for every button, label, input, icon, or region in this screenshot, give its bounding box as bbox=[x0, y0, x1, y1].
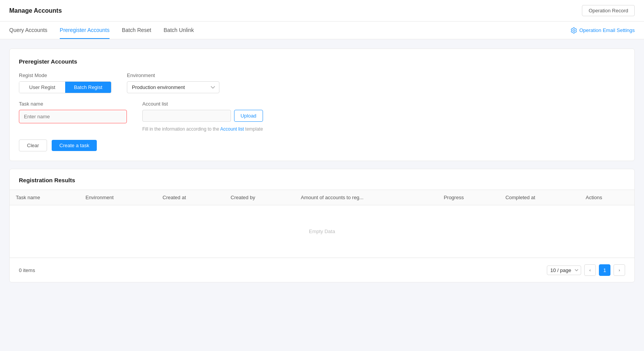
account-list-template-link[interactable]: Account list bbox=[220, 126, 244, 132]
table-empty-row: Empty Data bbox=[10, 205, 634, 258]
chevron-right-icon: › bbox=[619, 268, 620, 272]
page-number: 1 bbox=[603, 267, 606, 273]
table-wrapper: Task name Environment Created at Created… bbox=[10, 190, 634, 258]
tab-batch-unlink[interactable]: Batch Unlink bbox=[164, 22, 194, 39]
col-actions: Actions bbox=[580, 190, 634, 205]
form-section: Regist Mode User Regist Batch Regist Env… bbox=[19, 72, 625, 151]
items-count: 0 items bbox=[19, 267, 35, 273]
email-settings-label: Operation Email Settings bbox=[579, 27, 635, 33]
email-settings-link[interactable]: Operation Email Settings bbox=[571, 27, 635, 34]
environment-group: Environment Production environment Stagi… bbox=[127, 72, 219, 93]
tab-query-accounts[interactable]: Query Accounts bbox=[9, 22, 47, 39]
results-table: Task name Environment Created at Created… bbox=[10, 190, 634, 258]
col-environment: Environment bbox=[79, 190, 157, 205]
environment-label: Environment bbox=[127, 72, 219, 78]
prev-page-button[interactable]: ‹ bbox=[584, 264, 596, 276]
col-created-by: Created by bbox=[224, 190, 295, 205]
col-task-name: Task name bbox=[10, 190, 79, 205]
task-name-group: Task name bbox=[19, 101, 127, 123]
nav-tabs: Query Accounts Preregister Accounts Batc… bbox=[9, 22, 194, 39]
page-size-select[interactable]: 10 / page 20 / page 50 / page bbox=[547, 265, 581, 275]
account-list-label: Account list bbox=[142, 101, 263, 107]
regist-mode-label: Regist Mode bbox=[19, 72, 111, 78]
form-row-1: Regist Mode User Regist Batch Regist Env… bbox=[19, 72, 625, 93]
batch-regist-button[interactable]: Batch Regist bbox=[65, 82, 111, 93]
clear-button[interactable]: Clear bbox=[19, 139, 47, 151]
results-title: Registration Results bbox=[10, 169, 634, 190]
nav-bar: Query Accounts Preregister Accounts Batc… bbox=[0, 22, 644, 39]
operation-record-button[interactable]: Operation Record bbox=[582, 5, 635, 16]
results-card: Registration Results Task name Environme… bbox=[9, 169, 635, 282]
account-list-group: Account list Upload Fill in the informat… bbox=[142, 101, 263, 132]
tab-batch-reset[interactable]: Batch Reset bbox=[122, 22, 151, 39]
upload-hint: Fill in the information according to the… bbox=[142, 126, 263, 132]
main-content: Preregister Accounts Regist Mode User Re… bbox=[0, 39, 644, 292]
empty-data-text: Empty Data bbox=[16, 210, 628, 253]
col-created-at: Created at bbox=[157, 190, 225, 205]
task-name-input-wrapper bbox=[19, 110, 127, 123]
top-bar: Manage Accounts Operation Record bbox=[0, 0, 644, 22]
upload-row: Upload bbox=[142, 110, 263, 122]
col-completed-at: Completed at bbox=[499, 190, 580, 205]
col-progress: Progress bbox=[438, 190, 499, 205]
upload-button[interactable]: Upload bbox=[234, 110, 263, 122]
regist-mode-group: Regist Mode User Regist Batch Regist bbox=[19, 72, 111, 93]
environment-select[interactable]: Production environment Staging environme… bbox=[127, 81, 219, 93]
regist-mode-toggle: User Regist Batch Regist bbox=[19, 81, 111, 93]
chevron-left-icon: ‹ bbox=[589, 268, 591, 272]
preregister-card: Preregister Accounts Regist Mode User Re… bbox=[9, 49, 635, 161]
preregister-card-title: Preregister Accounts bbox=[19, 58, 625, 65]
tab-preregister-accounts[interactable]: Preregister Accounts bbox=[60, 22, 110, 39]
col-amount: Amount of accounts to reg... bbox=[295, 190, 438, 205]
table-header-row: Task name Environment Created at Created… bbox=[10, 190, 634, 205]
gear-icon bbox=[571, 27, 577, 34]
action-row: Clear Create a task bbox=[19, 139, 625, 151]
next-page-button[interactable]: › bbox=[614, 264, 625, 276]
task-name-label: Task name bbox=[19, 101, 127, 107]
task-name-input[interactable] bbox=[20, 111, 126, 122]
create-task-button[interactable]: Create a task bbox=[52, 140, 97, 151]
user-regist-button[interactable]: User Regist bbox=[19, 82, 65, 93]
page-1-button[interactable]: 1 bbox=[599, 264, 610, 276]
pagination-bar: 0 items 10 / page 20 / page 50 / page ‹ … bbox=[10, 258, 634, 282]
page-title: Manage Accounts bbox=[9, 7, 62, 14]
file-input[interactable] bbox=[142, 110, 231, 122]
pagination-controls: 10 / page 20 / page 50 / page ‹ 1 › bbox=[547, 264, 625, 276]
form-row-2: Task name Account list Upload Fill in th… bbox=[19, 101, 625, 132]
